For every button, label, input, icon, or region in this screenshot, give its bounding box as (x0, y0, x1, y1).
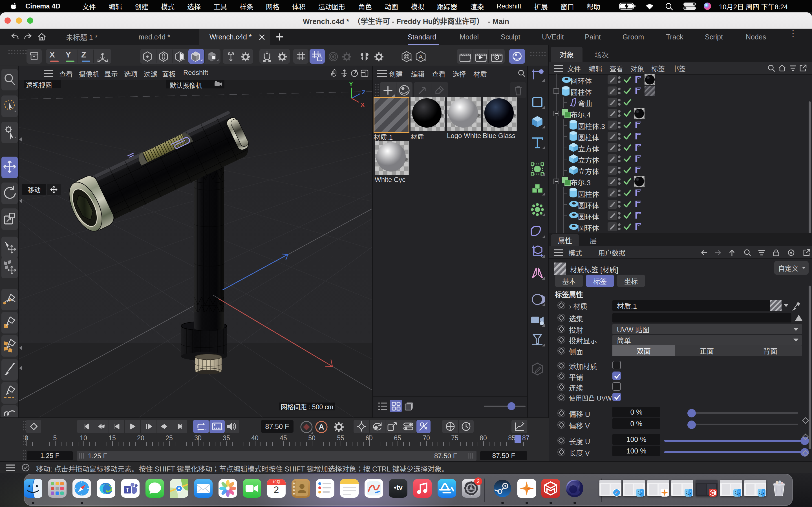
svg-text:Y: Y (349, 80, 353, 87)
svg-text:A: A (319, 423, 324, 431)
svg-text:A: A (419, 53, 423, 60)
svg-text:Z: Z (362, 89, 365, 96)
svg-text:X: X (361, 101, 364, 108)
svg-text:T: T (126, 487, 129, 493)
